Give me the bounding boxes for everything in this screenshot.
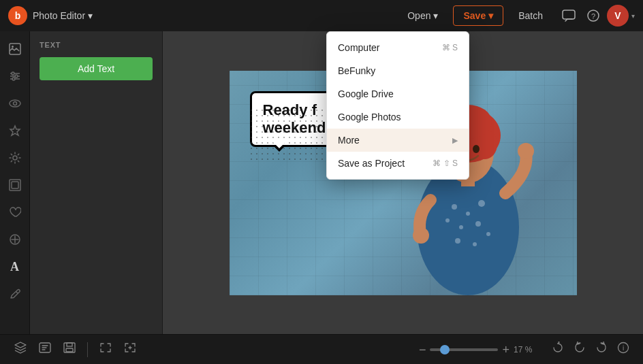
topbar: b Photo Editor ▾ Open ▾ Save ▾ Batch ? V… <box>0 0 643 31</box>
svg-line-18 <box>16 292 18 294</box>
sidebar-icon-text[interactable]: A <box>3 254 27 279</box>
svg-point-22 <box>478 200 485 207</box>
panel-label: TEXT <box>40 41 153 49</box>
svg-rect-41 <box>67 343 72 346</box>
sidebar-icon-settings[interactable] <box>3 146 27 170</box>
svg-text:i: i <box>623 344 624 352</box>
info-icon[interactable]: i <box>614 339 632 360</box>
zoom-value: 17 % <box>514 345 535 354</box>
app-title-text: Photo Editor <box>33 10 85 21</box>
svg-point-21 <box>466 212 470 216</box>
sidebar-icon-effects[interactable] <box>3 227 27 252</box>
sidebar-icon-image[interactable] <box>3 37 27 61</box>
undo-icon[interactable] <box>571 339 589 360</box>
dropdown-item-save-project[interactable]: Save as Project ⌘ ⇧ S <box>327 152 469 175</box>
svg-marker-13 <box>10 126 20 135</box>
app-title-chevron: ▾ <box>88 10 93 21</box>
sidebar-icon-adjustments[interactable] <box>3 64 27 88</box>
zoom-in-button[interactable]: + <box>502 344 509 356</box>
sidebar-icon-favorites[interactable] <box>3 118 27 143</box>
svg-point-12 <box>13 102 16 105</box>
svg-text:?: ? <box>591 12 595 20</box>
dropdown-item-google-drive[interactable]: Google Drive <box>327 82 469 105</box>
zoom-slider[interactable] <box>430 348 498 351</box>
zoom-right-icons: i <box>549 339 632 360</box>
svg-point-14 <box>13 156 17 160</box>
zoom-out-button[interactable]: − <box>419 344 426 356</box>
svg-point-28 <box>473 242 477 246</box>
svg-point-9 <box>15 75 18 78</box>
user-chevron[interactable]: ▾ <box>631 12 635 20</box>
save-dropdown: Computer ⌘ S BeFunky Google Drive Google… <box>326 31 469 180</box>
svg-point-8 <box>12 72 14 75</box>
left-panel: TEXT Add Text <box>30 31 163 334</box>
sidebar-icons: A <box>0 31 30 334</box>
svg-point-10 <box>12 78 15 80</box>
svg-rect-16 <box>12 182 18 188</box>
save-button[interactable]: Save ▾ <box>453 5 503 26</box>
svg-point-23 <box>459 225 463 229</box>
svg-point-36 <box>473 145 480 153</box>
svg-rect-42 <box>66 348 73 352</box>
main-area: A TEXT Add Text Ready f weekend! <box>0 31 643 334</box>
user-avatar[interactable]: V <box>607 5 629 27</box>
dropdown-item-google-photos[interactable]: Google Photos <box>327 105 469 129</box>
svg-point-11 <box>10 100 20 107</box>
dropdown-item-computer[interactable]: Computer ⌘ S <box>327 36 469 59</box>
zoom-controls: − + 17 % <box>419 344 535 356</box>
sidebar-icon-draw[interactable] <box>3 282 27 306</box>
svg-point-25 <box>445 218 450 222</box>
help-button[interactable]: ? <box>582 5 604 27</box>
chat-button[interactable] <box>558 5 580 27</box>
app-logo[interactable]: b <box>8 6 27 25</box>
sidebar-icon-frames[interactable] <box>3 173 27 197</box>
svg-point-38 <box>413 227 429 244</box>
redo-icon[interactable] <box>593 339 610 360</box>
svg-point-37 <box>518 143 534 159</box>
save-icon[interactable] <box>60 339 79 360</box>
svg-point-26 <box>486 232 490 236</box>
sidebar-icon-heart[interactable] <box>3 200 27 225</box>
svg-point-4 <box>12 46 14 48</box>
fit-icon[interactable] <box>96 339 115 360</box>
sidebar-icon-view[interactable] <box>3 91 27 116</box>
svg-point-20 <box>452 204 457 210</box>
svg-point-27 <box>455 238 460 244</box>
batch-button[interactable]: Batch <box>509 6 552 25</box>
dropdown-item-befunky[interactable]: BeFunky <box>327 59 469 82</box>
separator <box>87 342 88 357</box>
add-text-button[interactable]: Add Text <box>40 57 153 80</box>
open-button[interactable]: Open ▾ <box>398 6 448 25</box>
app-title-area: Photo Editor ▾ <box>33 10 93 21</box>
dropdown-item-more[interactable]: More ▶ <box>327 129 469 152</box>
expand-icon[interactable] <box>121 339 140 360</box>
bottom-toolbar: − + 17 % i <box>0 334 643 364</box>
svg-rect-0 <box>563 10 575 19</box>
svg-point-24 <box>475 221 481 227</box>
layers-icon[interactable] <box>11 339 30 360</box>
history-icon[interactable] <box>35 339 54 360</box>
topbar-icons: ? V ▾ <box>558 5 635 27</box>
rotate-icon[interactable] <box>549 339 567 360</box>
